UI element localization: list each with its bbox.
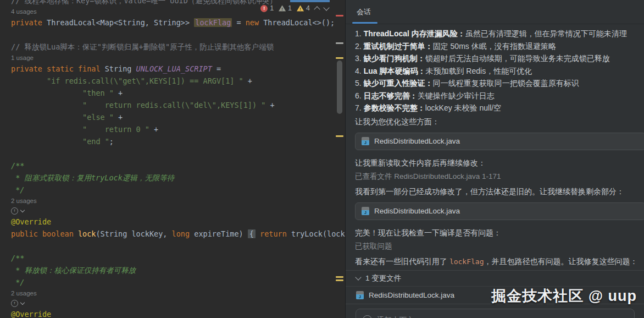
chevron-down-icon[interactable] [20, 300, 25, 304]
issue-detail: 关键操作缺少审计日志 [418, 91, 495, 100]
issue-title: 日志不够完善： [364, 91, 418, 100]
tool-status: 已获取问题 [355, 240, 644, 253]
chat-conversation: 1.ThreadLocal 内存泄漏风险：虽然已有清理逻辑，但在异常情况下可能未… [346, 24, 644, 318]
usages-hint[interactable]: 2 usages [11, 288, 332, 298]
code-line: "then " + [11, 87, 332, 99]
scrollbar-thumb[interactable] [337, 61, 342, 114]
file-chip[interactable]: RedisDistributedLock.java [355, 202, 644, 220]
issue-item: 1.ThreadLocal 内存泄漏风险：虽然已有清理逻辑，但在异常情况下可能未… [355, 28, 644, 40]
active-tab-underline [290, 0, 330, 2]
file-chip[interactable]: RedisDistributedLock.java [355, 133, 644, 150]
issue-detail: lockKey 未校验 null/空 [425, 103, 501, 112]
chat-tab-bar: 会话 [346, 0, 644, 24]
code-line: " return 0 " + [11, 123, 332, 135]
error-count[interactable]: ! 1 [260, 4, 274, 12]
issue-list: 1.ThreadLocal 内存泄漏风险：虽然已有清理逻辑，但在异常情况下可能未… [355, 28, 644, 114]
code-line: @Override [11, 216, 332, 228]
chat-paragraph: 看来还有一些旧代码引用了 lockFlag，并且包路径也有问题。让我修复这些问题… [355, 255, 644, 268]
chat-paragraph: 让我为您优化这些方面： [355, 116, 644, 128]
issue-detail: 未预加载到 Redis，性能可优化 [425, 67, 532, 75]
issue-title: 缺少可重入性验证： [364, 79, 433, 87]
warning-count[interactable]: ! 4 [297, 4, 310, 12]
issue-number: 7. [355, 103, 362, 112]
code-line: "end "; [11, 135, 332, 147]
chat-input-placeholder: 添加上下文 [377, 315, 414, 318]
changed-files-label: 1 变更文件 [365, 273, 401, 283]
tab-session[interactable]: 会话 [357, 7, 371, 17]
weak-warning-icon: ! [279, 6, 286, 12]
editor-scrollbar[interactable] [333, 0, 345, 318]
code-line: @Override [11, 308, 332, 318]
issue-number: 3. [355, 54, 362, 63]
warning-stripe-mark[interactable] [336, 279, 343, 281]
override-marker[interactable]: ↑ [11, 206, 332, 216]
chat-paragraph: 让我重新读取文件内容后再继续修改： [355, 157, 644, 169]
issue-number: 2. [355, 42, 362, 51]
blank-line [11, 240, 332, 252]
issue-detail: 同一线程重复获取同一把锁会覆盖原有标识 [433, 79, 579, 87]
issue-detail: 虽然已有清理逻辑，但在异常情况下可能未清理 [465, 29, 627, 38]
java-class-icon [356, 291, 364, 299]
code-line: * 阻塞式获取锁：复用tryLock逻辑，无限等待 [11, 172, 332, 184]
issue-title: 参数校验不完整： [364, 103, 425, 112]
weak-warning-count-label: 1 [288, 4, 292, 12]
code-line: */ [11, 276, 332, 288]
chevron-down-icon[interactable] [323, 4, 329, 10]
issue-item: 3.缺少看门狗机制：锁超时后无法自动续期，可能导致业务未完成锁已释放 [355, 52, 644, 65]
issue-number: 4. [355, 67, 362, 75]
warning-stripe-mark[interactable] [336, 276, 343, 278]
usages-hint[interactable]: 2 usages [11, 196, 332, 206]
file-chip-label: RedisDistributedLock.java [374, 137, 460, 145]
file-chip-label: RedisDistributedLock.java [374, 207, 460, 215]
issue-title: 缺少看门狗机制： [364, 54, 425, 63]
code-line: public boolean lock(String lockKey, long… [11, 228, 332, 240]
code-line: "if redis.call(\"get\",KEYS[1]) == ARGV[… [11, 75, 332, 87]
issue-item: 5.缺少可重入性验证：同一线程重复获取同一把锁会覆盖原有标识 [355, 77, 644, 90]
ai-chat-panel: 会话 1.ThreadLocal 内存泄漏风险：虽然已有清理逻辑，但在异常情况下… [345, 0, 644, 318]
tab-active-indicator [352, 22, 377, 24]
chevron-up-icon[interactable] [314, 6, 320, 12]
error-icon: ! [260, 5, 268, 12]
override-marker[interactable]: ↑ [11, 298, 332, 308]
code-line: private static final String UNLOCK_LUA_S… [11, 63, 332, 75]
chat-paragraph: 我看到第一部分已经成功修改了，但方法体还是旧的。让我继续替换剩余部分： [355, 185, 644, 198]
chevron-down-icon[interactable] [20, 207, 25, 212]
error-stripe-mark[interactable] [336, 15, 343, 17]
overrides-icon[interactable]: ↑ [11, 300, 18, 307]
warning-icon: ! [297, 6, 304, 12]
watermark: 掘金技术社区 @ uup [491, 286, 637, 306]
inline-code: lockFlag [449, 257, 484, 266]
chevron-down-icon [355, 274, 361, 280]
chat-text: 让我重新读取文件内容后再继续修改： [355, 158, 486, 167]
issue-title: Lua 脚本硬编码： [364, 67, 426, 75]
weak-warning-count[interactable]: ! 1 [279, 4, 292, 12]
usages-hint[interactable]: 1 usage [11, 53, 332, 63]
tool-status: 已查看文件 RedisDistributedLock.java 1-171 [355, 171, 644, 183]
code-area[interactable]: // 线程本地存储：Key=锁标识，Value=唯一 UUID（避免线程间锁标识… [11, 0, 332, 318]
issue-title: ThreadLocal 内存泄漏风险： [364, 29, 465, 38]
issue-detail: 锁超时后无法自动续期，可能导致业务未完成锁已释放 [425, 54, 610, 63]
changed-file-label: RedisDistributedLock.java [369, 291, 454, 299]
code-line: // 释放锁Lua脚本：保证"判断锁归属+删除锁"原子性，防止误删其他客户端锁 [11, 41, 332, 53]
overrides-icon[interactable]: ↑ [11, 207, 18, 215]
plus-icon[interactable]: + [363, 315, 372, 318]
weak-warning-stripe-mark[interactable] [336, 42, 343, 44]
chat-input[interactable]: +添加上下文 [356, 309, 635, 318]
code-line: /** [11, 252, 332, 264]
inspections-widget[interactable]: ! 1 ! 1 ! 4 [260, 4, 329, 12]
warning-stripe-mark[interactable] [336, 135, 343, 137]
chat-paragraph: 完美！现在让我检查一下编译是否有问题： [355, 227, 644, 239]
chat-text: 完美！现在让我检查一下编译是否有问题： [355, 228, 501, 237]
issue-number: 5. [355, 79, 362, 87]
blank-line [11, 147, 332, 160]
blank-line [11, 29, 332, 41]
chat-text: 我看到第一部分已经成功修改了，但方法体还是旧的。让我继续替换剩余部分： [355, 187, 624, 196]
issue-item: 6.日志不够完善：关键操作缺少审计日志 [355, 90, 644, 102]
issue-detail: 固定 50ms 休眠，没有指数退避策略 [433, 42, 556, 51]
issue-item: 7.参数校验不完整：lockKey 未校验 null/空 [355, 102, 644, 114]
changed-files-header[interactable]: 1 变更文件 [346, 271, 644, 287]
warning-stripe-mark[interactable] [336, 57, 343, 59]
code-line: */ [11, 184, 332, 196]
code-editor[interactable]: // 线程本地存储：Key=锁标识，Value=唯一 UUID（避免线程间锁标识… [0, 0, 345, 318]
issue-title: 重试机制过于简单： [364, 42, 433, 51]
